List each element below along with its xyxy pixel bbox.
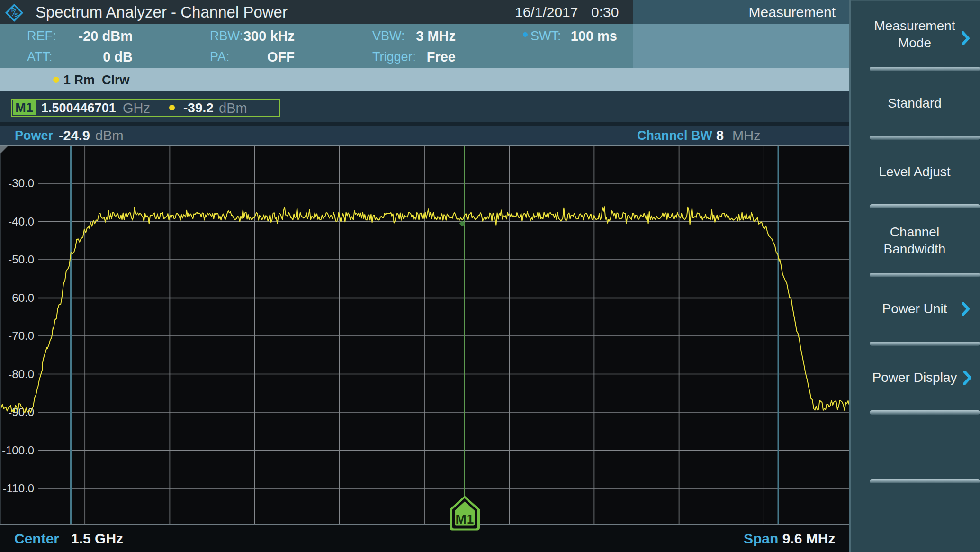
svg-text:S: S: [14, 12, 18, 18]
svg-text:-30.0: -30.0: [8, 177, 34, 190]
svg-text:-40.0: -40.0: [8, 215, 34, 228]
svg-text:-50.0: -50.0: [8, 253, 34, 266]
svg-text:-80.0: -80.0: [8, 368, 34, 380]
svg-text:-100.0: -100.0: [2, 444, 34, 457]
svg-text:M1: M1: [456, 512, 474, 526]
svg-text:-70.0: -70.0: [8, 329, 34, 342]
svg-text:-60.0: -60.0: [8, 291, 34, 304]
svg-text:-110.0: -110.0: [3, 482, 34, 495]
